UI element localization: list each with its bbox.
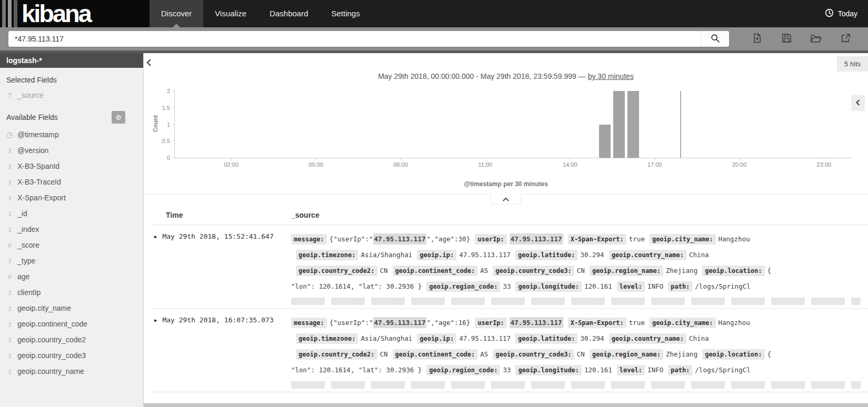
field-item-@version[interactable]: t@version bbox=[0, 143, 143, 158]
field-key-badge[interactable]: message: bbox=[291, 318, 327, 328]
field-key-badge[interactable]: geoip.city_name: bbox=[650, 318, 716, 328]
sidebar-collapse-button[interactable] bbox=[145, 57, 153, 69]
field-item-clientIp[interactable]: tclientIp bbox=[0, 284, 143, 300]
field-key-badge[interactable]: geoip.region_code: bbox=[426, 365, 500, 375]
field-value: { bbox=[767, 350, 772, 358]
field-key-badge[interactable]: geoip.longitude: bbox=[515, 365, 582, 375]
field-name: _source bbox=[17, 91, 44, 99]
field-value: Asia/Shanghai bbox=[361, 251, 412, 259]
field-key-badge[interactable]: geoip.ip: bbox=[417, 333, 456, 344]
field-key-badge[interactable]: geoip.latitude: bbox=[515, 333, 577, 344]
save-search-button[interactable] bbox=[780, 32, 793, 46]
new-search-button[interactable] bbox=[750, 32, 764, 46]
field-value: 33 bbox=[503, 366, 511, 374]
share-button[interactable] bbox=[839, 32, 852, 46]
field-key-badge[interactable]: geoip.continent_code: bbox=[393, 349, 478, 360]
field-key-badge[interactable]: geoip.country_name: bbox=[609, 333, 686, 344]
field-key-badge[interactable]: path: bbox=[668, 365, 692, 375]
expand-row-button[interactable]: ▶ bbox=[154, 231, 157, 242]
field-key-badge[interactable]: path: bbox=[668, 281, 692, 292]
field-key-badge[interactable]: geoip.ip: bbox=[417, 250, 456, 260]
field-item-X-B3-SpanId[interactable]: tX-B3-SpanId bbox=[0, 158, 143, 174]
number-field-icon: # bbox=[6, 273, 13, 281]
field-item-geoip.country_name[interactable]: tgeoip.country_name bbox=[0, 363, 143, 379]
field-key-badge[interactable]: geoip.country_code3: bbox=[493, 266, 574, 276]
field-key-badge[interactable]: userIp: bbox=[475, 234, 507, 245]
chevron-up-icon bbox=[502, 195, 510, 204]
horizontal-scrollbar[interactable] bbox=[144, 403, 868, 407]
fields-sidebar: logstash-* Selected Fields ?_source Avai… bbox=[0, 53, 144, 407]
field-key-badge[interactable]: geoip.region_name: bbox=[590, 266, 663, 276]
field-key-badge[interactable]: geoip.country_name: bbox=[609, 250, 686, 260]
table-row: ▶May 29th 2018, 16:07:35.073message:{"us… bbox=[152, 309, 868, 392]
field-key-badge[interactable]: geoip.country_code3: bbox=[493, 349, 574, 360]
highlighted-value: 47.95.113.117 bbox=[510, 233, 563, 245]
text-field-icon: t bbox=[6, 336, 13, 344]
field-key-badge[interactable]: userIp: bbox=[475, 318, 507, 328]
field-key-badge[interactable]: geoip.timezone: bbox=[296, 250, 358, 260]
field-item-X-Span-Export[interactable]: tX-Span-Export bbox=[0, 190, 143, 206]
field-key-badge[interactable]: geoip.country_code2: bbox=[296, 349, 377, 360]
plot-area: 00.511.5202:0005:0008:0011:0014:0017:002… bbox=[174, 91, 852, 158]
field-key-badge[interactable]: geoip.location: bbox=[702, 266, 764, 276]
field-key-badge[interactable]: geoip.timezone: bbox=[296, 333, 358, 344]
field-value: INFO bbox=[647, 366, 663, 374]
field-settings-button[interactable]: ⚙ bbox=[112, 111, 125, 124]
field-item-@timestamp[interactable]: ◷@timestamp bbox=[0, 127, 143, 143]
field-item-_id[interactable]: t_id bbox=[0, 206, 143, 221]
open-search-button[interactable] bbox=[809, 32, 823, 46]
tab-settings[interactable]: Settings bbox=[320, 0, 372, 27]
field-key-badge[interactable]: geoip.latitude: bbox=[515, 250, 577, 260]
histogram-bar-15:30[interactable] bbox=[613, 91, 625, 158]
field-key-badge[interactable]: level: bbox=[617, 365, 645, 375]
field-name: _type bbox=[17, 257, 35, 265]
number-field-icon: # bbox=[6, 241, 13, 249]
expand-row-button[interactable]: ▶ bbox=[154, 315, 157, 325]
field-value: CN bbox=[380, 350, 388, 358]
field-key-badge[interactable]: geoip.region_name: bbox=[590, 349, 663, 360]
field-key-badge[interactable]: geoip.longitude: bbox=[515, 281, 582, 292]
tab-dashboard[interactable]: Dashboard bbox=[258, 0, 320, 27]
field-item-geoip.country_code2[interactable]: tgeoip.country_code2 bbox=[0, 332, 143, 348]
field-item-_index[interactable]: t_index bbox=[0, 221, 143, 237]
available-fields-list: ◷@timestampt@versiontX-B3-SpanIdtX-B3-Tr… bbox=[0, 127, 143, 379]
field-item-geoip.country_code3[interactable]: tgeoip.country_code3 bbox=[0, 348, 143, 363]
field-item-_source[interactable]: ?_source bbox=[0, 87, 143, 103]
field-value: 33 bbox=[503, 282, 511, 290]
field-key-badge[interactable]: geoip.region_code: bbox=[426, 281, 500, 292]
query-toolbar bbox=[0, 27, 868, 53]
field-item-_type[interactable]: t_type bbox=[0, 253, 143, 269]
x-tick-label: 11:00 bbox=[478, 161, 493, 168]
text-field-icon: t bbox=[6, 368, 13, 375]
search-button[interactable] bbox=[701, 31, 729, 47]
histogram-bar-16:00[interactable] bbox=[627, 91, 639, 158]
field-item-X-B3-TraceId[interactable]: tX-B3-TraceId bbox=[0, 174, 143, 190]
field-key-badge[interactable]: geoip.location: bbox=[702, 349, 764, 360]
index-pattern-selector[interactable]: logstash-* bbox=[0, 53, 143, 68]
field-item-_score[interactable]: #_score bbox=[0, 237, 143, 253]
kibana-logo[interactable]: kibana bbox=[0, 0, 149, 27]
histogram-bar-15:00[interactable] bbox=[599, 125, 611, 158]
field-value: 120.161 bbox=[584, 366, 612, 374]
field-name: geoip.country_code3 bbox=[17, 351, 86, 360]
field-item-age[interactable]: #age bbox=[0, 269, 143, 284]
field-item-geoip.continent_code[interactable]: tgeoip.continent_code bbox=[0, 316, 143, 332]
field-key-badge[interactable]: X-Span-Export: bbox=[568, 318, 626, 328]
tab-discover[interactable]: Discover bbox=[149, 0, 203, 27]
field-key-badge[interactable]: message: bbox=[291, 234, 327, 245]
time-column-header[interactable]: Time bbox=[152, 211, 291, 219]
time-cell: ▶May 29th 2018, 15:52:41.647 bbox=[152, 231, 291, 306]
y-tick-mark bbox=[172, 107, 175, 108]
field-key-badge[interactable]: geoip.continent_code: bbox=[393, 266, 478, 276]
search-input[interactable] bbox=[8, 31, 701, 47]
field-key-badge[interactable]: geoip.country_code2: bbox=[296, 266, 377, 276]
time-picker-button[interactable]: Today bbox=[825, 0, 868, 27]
field-key-badge[interactable]: geoip.city_name: bbox=[650, 234, 716, 245]
field-key-badge[interactable]: level: bbox=[617, 281, 645, 292]
field-item-geoip.city_name[interactable]: tgeoip.city_name bbox=[0, 300, 143, 316]
field-value: 30.294 bbox=[580, 251, 604, 259]
tab-visualize[interactable]: Visualize bbox=[203, 0, 258, 27]
interval-link[interactable]: by 30 minutes bbox=[588, 72, 634, 80]
field-key-badge[interactable]: X-Span-Export: bbox=[568, 234, 626, 245]
chart-collapse-button[interactable] bbox=[491, 194, 521, 205]
